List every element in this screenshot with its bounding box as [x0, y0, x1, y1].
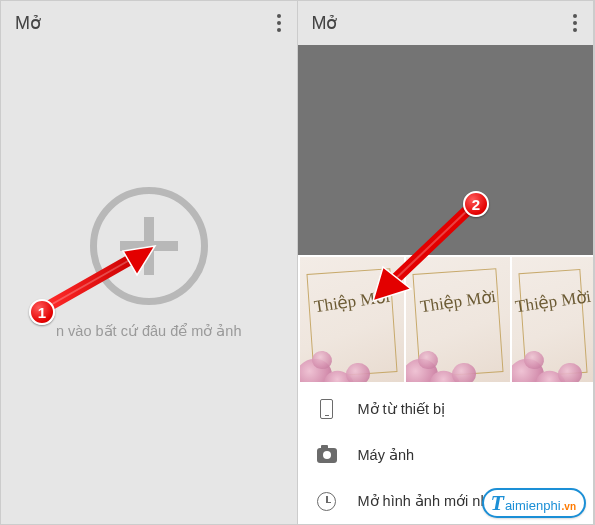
thumbnail[interactable]: Thiệp Mời: [512, 257, 594, 382]
option-label: Máy ảnh: [358, 447, 415, 463]
tutorial-composite: Mở n vào bất cứ đâu để mở ảnh Mở Thiệp M…: [0, 0, 595, 525]
camera-option[interactable]: Máy ảnh: [298, 432, 594, 478]
clock-icon: [316, 490, 338, 512]
annotation-arrow: [39, 243, 169, 323]
option-label: Mở từ thiết bị: [358, 401, 446, 417]
overflow-menu-icon[interactable]: [567, 8, 583, 38]
tap-anywhere-hint: n vào bất cứ đâu để mở ảnh: [48, 323, 249, 339]
watermark-logo: T aimienphi .vn: [482, 488, 586, 518]
step-marker-1: 1: [29, 299, 55, 325]
camera-icon: [316, 444, 338, 466]
app-title: Mở: [312, 12, 338, 34]
step-marker-2: 2: [463, 191, 489, 217]
open-from-device-option[interactable]: Mở từ thiết bị: [298, 386, 594, 432]
option-label: Mở hình ảnh mới nhất: [358, 493, 502, 509]
svg-marker-0: [123, 246, 155, 275]
device-icon: [316, 398, 338, 420]
app-bar: Mở: [298, 1, 594, 45]
